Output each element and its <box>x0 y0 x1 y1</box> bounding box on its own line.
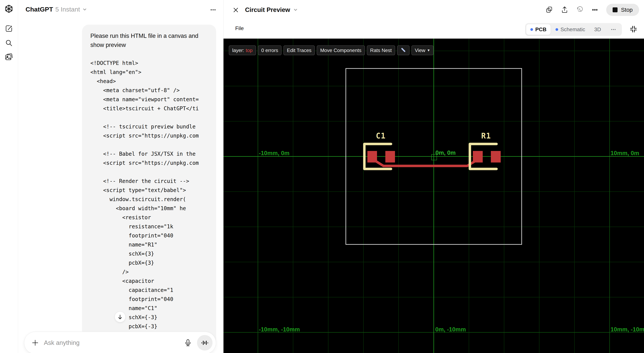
chevron-down-icon <box>293 7 298 12</box>
c1-pad-1[interactable] <box>368 151 377 163</box>
layer-button[interactable]: layer: top <box>229 45 256 55</box>
tab-pcb[interactable]: PCB <box>526 24 550 35</box>
pcb-toolbar: layer: top 0 errors Edit Traces Move Com… <box>229 45 434 55</box>
user-message-text: Please run this HTML file in a canvas an… <box>90 32 214 50</box>
view-label: View <box>415 48 426 53</box>
copy-icon[interactable] <box>546 6 553 14</box>
pencil-icon <box>400 48 406 53</box>
waveform-icon <box>200 338 209 347</box>
openai-logo-icon[interactable] <box>4 4 14 14</box>
model-switcher[interactable]: ChatGPT 5 Instant <box>26 6 87 13</box>
pcb-drawing: C1 R1 -10mm, 0m 0m, 0m 10mm, 0m -10mm, -… <box>224 39 644 353</box>
rats-nest-label: Rats Nest <box>370 48 392 53</box>
chat-input[interactable] <box>44 339 184 346</box>
close-icon[interactable] <box>232 6 240 14</box>
stop-square-icon <box>612 7 618 12</box>
tabs-overflow-icon[interactable] <box>606 24 621 35</box>
edit-traces-label: Edit Traces <box>287 48 312 53</box>
view-tabs: PCB Schematic 3D <box>525 23 622 36</box>
left-rail <box>0 0 18 353</box>
grid-axis-lines <box>224 39 644 353</box>
c1-ref-label: C1 <box>376 132 386 140</box>
tab-pcb-label: PCB <box>535 27 546 33</box>
tab-3d-label: 3D <box>594 27 601 33</box>
share-upload-icon[interactable] <box>561 6 568 14</box>
coord-label-center-bottom: 0m, -10mm <box>435 326 466 333</box>
voice-mode-button[interactable] <box>197 335 212 350</box>
errors-button[interactable]: 0 errors <box>258 45 282 55</box>
coord-label-origin: 0m, 0m <box>436 149 456 156</box>
file-menu[interactable]: File <box>235 25 244 32</box>
pcb-status-dot <box>530 28 533 31</box>
view-caret-icon: ▼ <box>427 49 430 52</box>
layer-label: layer: <box>232 48 244 53</box>
app-root: ChatGPT 5 Instant Please run this HTML f… <box>0 0 644 353</box>
collapse-fullscreen-icon[interactable] <box>630 25 637 33</box>
coord-label-right-mid: 10mm, 0m <box>610 150 639 156</box>
move-components-button[interactable]: Move Components <box>317 45 365 55</box>
search-icon[interactable] <box>4 39 13 47</box>
edit-traces-button[interactable]: Edit Traces <box>284 45 315 55</box>
canvas-title: Circuit Preview <box>245 6 290 14</box>
arrow-down-icon <box>117 314 123 320</box>
coord-label-left-bottom: -10mm, -10mm <box>259 326 300 333</box>
message-composer[interactable] <box>24 332 216 353</box>
library-icon[interactable] <box>4 53 13 61</box>
layer-value: top <box>246 48 252 53</box>
move-components-label: Move Components <box>320 48 361 53</box>
r1-pad-1[interactable] <box>473 151 483 163</box>
tab-3d[interactable]: 3D <box>590 24 605 35</box>
model-label: 5 Instant <box>55 6 80 13</box>
pcb-canvas[interactable]: layer: top 0 errors Edit Traces Move Com… <box>224 39 644 353</box>
canvas-actions: Stop <box>546 0 639 20</box>
component-r1[interactable]: R1 <box>470 132 501 169</box>
user-message-code: <!DOCTYPE html> <html lang="en"> <head> … <box>90 59 214 340</box>
canvas-panel-header: Circuit Preview Stop <box>224 0 644 20</box>
chat-header: ChatGPT 5 Instant <box>18 0 223 20</box>
rats-nest-button[interactable]: Rats Nest <box>367 45 395 55</box>
dictate-mic-icon[interactable] <box>184 339 192 347</box>
canvas-toolbar-row: File PCB Schematic 3D <box>224 20 644 39</box>
brand-label: ChatGPT <box>26 6 53 13</box>
attach-plus-icon[interactable] <box>31 339 39 347</box>
view-dropdown-button[interactable]: View ▼ <box>412 45 434 55</box>
stop-label: Stop <box>621 7 633 13</box>
errors-label: 0 errors <box>261 48 278 53</box>
conversation-menu-icon[interactable] <box>208 5 219 15</box>
new-chat-icon[interactable] <box>4 24 13 33</box>
c1-pad-2[interactable] <box>385 151 395 163</box>
r1-ref-label: R1 <box>481 132 491 140</box>
coord-label-left-mid: -10mm, 0m <box>259 150 290 156</box>
chevron-down-icon <box>82 7 87 12</box>
pencil-tool-button[interactable] <box>397 45 410 55</box>
scroll-to-bottom-button[interactable] <box>114 311 126 322</box>
schematic-status-dot <box>556 28 558 31</box>
r1-pad-2[interactable] <box>491 151 501 163</box>
canvas-title-dropdown[interactable]: Circuit Preview <box>245 6 298 14</box>
canvas-panel: Circuit Preview Stop <box>223 0 644 353</box>
history-icon[interactable] <box>576 6 584 14</box>
tab-schematic-label: Schematic <box>560 27 585 33</box>
tab-schematic[interactable]: Schematic <box>551 24 589 35</box>
user-message-bubble: Please run this HTML file in a canvas an… <box>82 25 216 346</box>
coord-label-right-bottom: 10mm, -10mm <box>610 326 644 333</box>
stop-button[interactable]: Stop <box>606 4 639 16</box>
more-options-icon[interactable] <box>591 6 598 14</box>
